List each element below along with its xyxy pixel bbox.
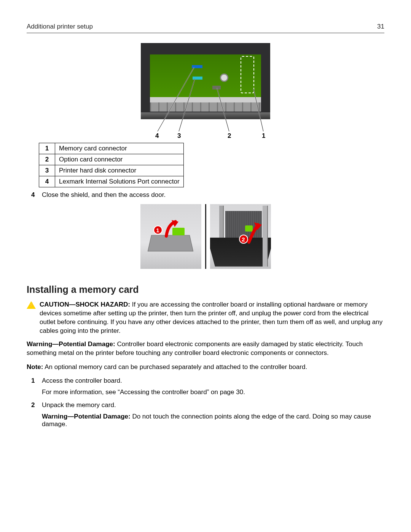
controller-board-diagram: 4 3 2 1 [141,43,270,139]
table-row: 2Option card connector [39,154,184,165]
step-text: Access the controller board. [42,377,122,384]
note-body: An optional memory card can be purchased… [43,363,307,371]
step-number: 4 [31,191,38,199]
header-page-number: 31 [377,23,384,30]
step-4: 4 Close the shield, and then the access … [31,191,384,199]
step-text: Close the shield, and then the access do… [42,191,166,199]
section-heading: Installing a memory card [27,284,384,295]
caution-lead: CAUTION—SHOCK HAZARD: [40,301,130,308]
page-header: Additional printer setup 31 [27,23,384,33]
note-lead: Note: [27,363,43,371]
arrow-up-icon [247,222,264,246]
diagram-label-2: 2 [228,132,231,140]
note-paragraph: Note: An optional memory card can be pur… [27,363,384,372]
step-1: 1 Access the controller board. For more … [31,377,384,396]
close-shield-figures: 1 2 [27,204,384,269]
figure-close-door: 2 [210,204,271,269]
header-section-title: Additional printer setup [27,23,93,30]
arrow-up-icon [164,219,182,240]
diagram-label-1: 1 [262,132,265,140]
step-warning-lead: Warning—Potential Damage: [42,413,131,420]
step-2: 2 Unpack the memory card. Warning—Potent… [31,401,384,428]
table-row: 3Printer hard disk connector [39,165,184,176]
table-row: 1Memory card connector [39,143,184,154]
step-number: 1 [31,377,38,396]
step-badge-1: 1 [153,225,162,235]
diagram-label-4: 4 [155,132,159,140]
diagram-label-3: 3 [177,132,181,140]
step-number: 2 [31,401,38,428]
figure-close-shield: 1 [140,204,201,269]
caution-block: CAUTION—SHOCK HAZARD: If you are accessi… [27,300,384,335]
table-row: 4Lexmark Internal Solutions Port connect… [39,176,184,187]
warning-lead: Warning—Potential Damage: [27,340,115,348]
step-text: Unpack the memory card. [42,401,116,409]
connector-legend-table: 1Memory card connector 2Option card conn… [39,143,184,187]
warning-paragraph: Warning—Potential Damage: Controller boa… [27,340,384,358]
step-subtext: For more information, see “Accessing the… [42,388,384,396]
shock-hazard-icon [27,301,36,309]
